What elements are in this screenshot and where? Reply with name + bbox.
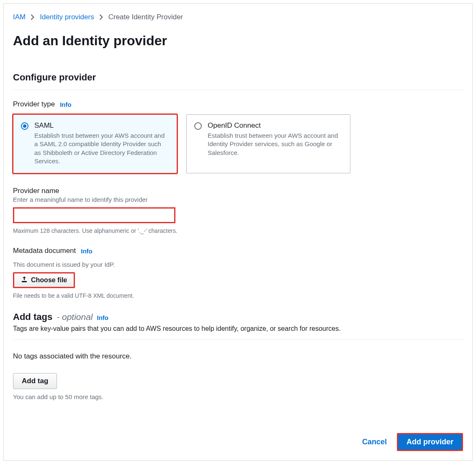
metadata-label-row: Metadata document Info (13, 247, 463, 255)
tags-info-link[interactable]: Info (97, 314, 109, 321)
choose-file-label: Choose file (31, 276, 67, 284)
metadata-hint: This document is issued by your IdP. (13, 261, 463, 268)
radio-card-body: SAML Establish trust between your AWS ac… (34, 121, 169, 165)
provider-type-info-link[interactable]: Info (60, 101, 72, 108)
footer-actions: Cancel Add provider (362, 433, 463, 451)
provider-type-label: Provider type (13, 100, 55, 108)
upload-icon (21, 276, 28, 284)
page-container: IAM Identity providers Create Identity P… (3, 3, 473, 461)
provider-name-hint: Enter a meaningful name to identify this… (13, 196, 463, 203)
breadcrumb-iam[interactable]: IAM (13, 13, 26, 21)
tags-description: Tags are key-value pairs that you can ad… (13, 325, 463, 333)
metadata-info-link[interactable]: Info (81, 247, 93, 255)
radio-card-saml[interactable]: SAML Establish trust between your AWS ac… (13, 114, 177, 173)
radio-card-desc: Establish trust between your AWS account… (208, 131, 342, 157)
radio-icon (21, 122, 28, 130)
provider-name-input[interactable] (13, 207, 175, 223)
provider-name-group: Provider name Enter a meaningful name to… (13, 187, 463, 234)
provider-type-label-row: Provider type Info (13, 100, 463, 108)
cancel-button[interactable]: Cancel (362, 438, 387, 446)
breadcrumb-identity-providers[interactable]: Identity providers (40, 13, 94, 21)
provider-name-label: Provider name (13, 187, 463, 195)
breadcrumb-current: Create Identity Provider (108, 13, 183, 21)
tags-limit-text: You can add up to 50 more tags. (13, 393, 463, 400)
add-tag-button[interactable]: Add tag (13, 373, 57, 389)
chevron-right-icon (99, 14, 103, 20)
section-title-configure: Configure provider (13, 72, 463, 83)
metadata-document-group: Metadata document Info This document is … (13, 247, 463, 299)
tags-heading-label: Add tags (13, 312, 52, 322)
breadcrumb: IAM Identity providers Create Identity P… (13, 13, 463, 21)
divider (13, 90, 463, 90)
add-provider-button[interactable]: Add provider (397, 433, 463, 451)
radio-card-oidc[interactable]: OpenID Connect Establish trust between y… (186, 114, 350, 173)
metadata-label: Metadata document (13, 247, 76, 255)
radio-card-desc: Establish trust between your AWS account… (34, 131, 169, 165)
choose-file-button[interactable]: Choose file (13, 272, 75, 288)
radio-icon (194, 122, 202, 130)
tags-heading: Add tags - optional Info (13, 312, 463, 322)
provider-type-options: SAML Establish trust between your AWS ac… (13, 114, 463, 173)
metadata-help: File needs to be a valid UTF-8 XML docum… (13, 292, 463, 299)
radio-card-title: OpenID Connect (208, 121, 342, 130)
provider-name-help: Maximum 128 characters. Use alphanumeric… (13, 227, 463, 234)
divider (13, 339, 463, 340)
no-tags-text: No tags associated with the resource. (13, 352, 463, 361)
radio-card-title: SAML (34, 121, 169, 130)
radio-card-body: OpenID Connect Establish trust between y… (208, 121, 342, 165)
page-title: Add an Identity provider (13, 33, 463, 49)
chevron-right-icon (31, 14, 35, 20)
tags-optional: - optional (57, 312, 93, 322)
